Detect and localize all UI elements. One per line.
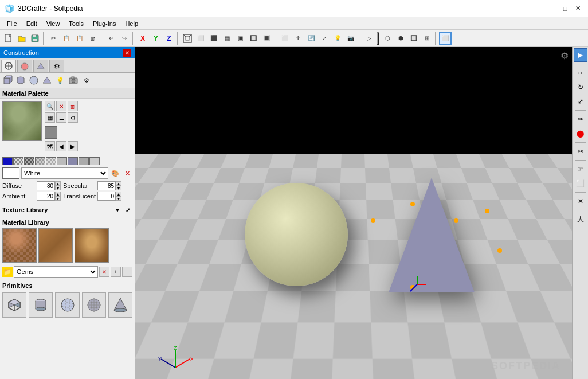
tab-scene[interactable] [1, 60, 16, 72]
diffuse-up[interactable]: ▲ [55, 181, 61, 186]
toolbar-view2[interactable]: ⬜ [194, 32, 207, 45]
toolbar-move[interactable]: ✛ [292, 32, 304, 45]
mat-preview[interactable] [2, 101, 42, 141]
icon-light[interactable]: 💡 [54, 74, 66, 87]
prim-cube-button[interactable] [2, 292, 26, 318]
diffuse-down[interactable]: ▼ [55, 186, 61, 190]
category-dropdown[interactable]: Gems [14, 266, 98, 278]
specular-input[interactable] [97, 181, 116, 190]
tab-object[interactable] [33, 60, 48, 72]
toolbar-light[interactable]: 💡 [331, 32, 344, 45]
toolbar-new[interactable] [2, 32, 15, 45]
ambient-down[interactable]: ▼ [55, 196, 61, 201]
cat-minus-btn[interactable]: − [122, 267, 132, 277]
mat-thumb-2[interactable] [38, 228, 73, 263]
texture-lib-down-icon[interactable]: ▼ [113, 205, 122, 214]
toolbar-rotate[interactable]: 🔄 [305, 32, 317, 45]
toolbar-scale[interactable]: ⤢ [318, 32, 331, 45]
color-pattern3[interactable] [35, 157, 45, 165]
rt-person[interactable]: 人 [574, 212, 587, 226]
rt-select[interactable]: ▶ [574, 48, 587, 62]
mat-color-icon[interactable]: 🎨 [110, 168, 120, 178]
color-last[interactable] [89, 157, 100, 165]
icon-cube[interactable] [1, 74, 14, 87]
mat-thumb-1[interactable] [2, 228, 37, 263]
translucent-down[interactable]: ▼ [116, 196, 121, 201]
icon-shape3[interactable] [41, 74, 53, 87]
mat-clear-btn[interactable]: ✕ [56, 101, 66, 111]
mat-left-btn[interactable]: ◀ [56, 141, 66, 151]
toolbar-view4[interactable]: ▦ [221, 32, 233, 45]
mat-grid-btn[interactable]: ▦ [45, 112, 55, 123]
toolbar-3d[interactable]: ⬜ [279, 32, 291, 45]
mat-list-btn[interactable]: ☰ [56, 112, 66, 123]
viewport[interactable]: ⚙ X Y Z [135, 47, 572, 379]
color-pattern1[interactable] [13, 157, 23, 165]
prim-sphere-button[interactable] [55, 292, 79, 318]
toolbar-delete[interactable]: 🗑 [87, 32, 99, 45]
toolbar-redo[interactable]: ↪ [118, 32, 131, 45]
toolbar-undo[interactable]: ↩ [105, 32, 117, 45]
minimize-button[interactable]: ─ [547, 3, 558, 14]
toolbar-active-mode[interactable]: ⬜ [439, 32, 452, 45]
mat-delete-btn[interactable]: 🗑 [68, 101, 78, 111]
rt-sym[interactable]: ✕ [574, 194, 587, 208]
maximize-button[interactable]: □ [559, 3, 571, 14]
menu-tools[interactable]: Tools [64, 19, 88, 28]
toolbar-view7[interactable]: 🔳 [260, 32, 273, 45]
tab-settings[interactable]: ⚙ [49, 60, 64, 72]
toolbar-tex[interactable]: 🔲 [407, 32, 420, 45]
rt-move[interactable]: ↔ [574, 66, 587, 80]
icon-gear[interactable]: ⚙ [80, 74, 93, 87]
cat-add-btn[interactable]: + [111, 267, 121, 277]
toolbar-save[interactable] [29, 32, 41, 45]
rt-scale[interactable]: ⤢ [574, 95, 587, 108]
rt-box[interactable]: ⬜ [574, 177, 587, 190]
rt-select2[interactable]: ☞ [574, 162, 587, 176]
prim-cylinder-button[interactable] [29, 292, 53, 318]
prim-geosphere-button[interactable] [82, 292, 106, 318]
ambient-input[interactable] [37, 192, 55, 201]
toolbar-grid[interactable]: ⊞ [421, 32, 433, 45]
menu-help[interactable]: Help [120, 19, 143, 28]
specular-down[interactable]: ▼ [116, 186, 121, 190]
translucent-input[interactable] [97, 192, 116, 201]
toolbar-open[interactable] [15, 32, 28, 45]
viewport-settings-icon[interactable]: ⚙ [560, 50, 569, 61]
menu-file[interactable]: File [2, 19, 22, 28]
mat-del-color-icon[interactable]: ✕ [122, 168, 132, 178]
mat-right-btn[interactable]: ▶ [68, 141, 78, 151]
toolbar-perspective[interactable] [181, 32, 194, 45]
color-blue2[interactable] [68, 157, 78, 165]
diffuse-input[interactable] [37, 181, 55, 190]
toolbar-solid[interactable]: ⬢ [394, 32, 407, 45]
texture-lib-expand-icon[interactable]: ⤢ [123, 205, 132, 214]
mat-thumb-3[interactable] [75, 228, 109, 263]
color-purple[interactable] [79, 157, 89, 165]
mat-white-box[interactable] [2, 167, 19, 179]
mat-color-swatch[interactable] [45, 126, 57, 139]
toolbar-view3[interactable]: ⬛ [207, 32, 220, 45]
toolbar-cut[interactable]: ✂ [47, 32, 60, 45]
ambient-up[interactable]: ▲ [55, 192, 61, 196]
color-pattern4[interactable] [46, 157, 56, 165]
color-blue[interactable] [2, 157, 13, 165]
cat-delete-btn[interactable]: ✕ [99, 267, 109, 277]
mat-settings-btn[interactable]: ⚙ [68, 112, 78, 123]
color-pattern2[interactable] [24, 157, 34, 165]
toolbar-z-axis[interactable]: Z [163, 32, 175, 45]
toolbar-view5[interactable]: ▣ [234, 32, 246, 45]
toolbar-camera[interactable]: 📷 [344, 32, 357, 45]
toolbar-paste[interactable]: 📋 [73, 32, 86, 45]
menu-plugins[interactable]: Plug-Ins [88, 19, 120, 28]
prim-cone-button[interactable] [108, 292, 132, 318]
icon-camera[interactable] [67, 74, 80, 87]
specular-up[interactable]: ▲ [116, 181, 121, 186]
menu-edit[interactable]: Edit [22, 19, 42, 28]
rt-cut[interactable]: ✂ [574, 144, 587, 158]
toolbar-x-axis[interactable]: X [136, 32, 149, 45]
toolbar-copy[interactable]: 📋 [60, 32, 73, 45]
close-button[interactable]: ✕ [572, 3, 583, 14]
rt-rotate[interactable]: ↻ [574, 80, 587, 94]
tab-material[interactable] [17, 60, 32, 72]
